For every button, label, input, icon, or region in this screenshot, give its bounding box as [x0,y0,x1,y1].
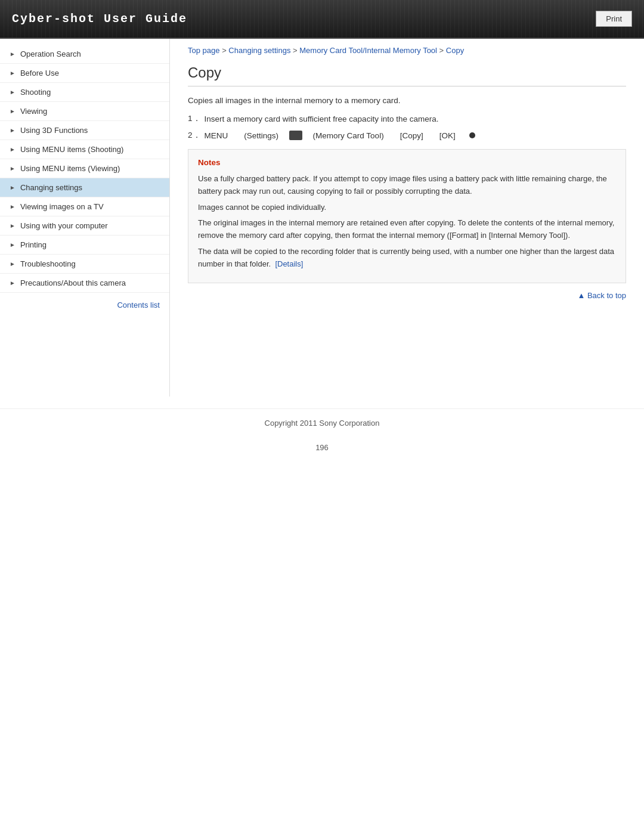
arrow-icon: ► [10,89,16,95]
step-2-tool: (Memory Card Tool) [313,131,384,140]
sidebar-item-label: Precautions/About this camera [20,278,126,287]
app-title: Cyber-shot User Guide [12,12,187,26]
sidebar-item-label: Printing [20,240,47,249]
step-2: 2． MENU (Settings) (Memory Card Tool) [C… [188,130,626,141]
contents-list-link[interactable]: Contents list [117,301,160,309]
breadcrumb-memory-card-tool[interactable]: Memory Card Tool/Internal Memory Tool [299,46,437,55]
arrow-icon: ► [10,184,16,191]
sidebar-item-menu-shooting[interactable]: ► Using MENU items (Shooting) [0,140,169,159]
sidebar-item-label: Viewing [20,107,47,116]
menu-card-tool-icon [289,131,302,140]
step-2-number: 2． [188,130,201,141]
page-title: Copy [188,64,626,86]
sidebar-item-printing[interactable]: ► Printing [0,236,169,255]
sidebar-item-label: Changing settings [20,183,82,192]
sidebar-item-menu-viewing[interactable]: ► Using MENU items (Viewing) [0,159,169,178]
note-3: The original images in the internal memo… [198,217,616,242]
page-header: Cyber-shot User Guide Print [0,0,644,39]
copyright-text: Copyright 2011 Sony Corporation [265,419,380,428]
sidebar-item-label: Using 3D Functions [20,126,88,135]
sidebar-item-troubleshooting[interactable]: ► Troubleshooting [0,255,169,274]
arrow-icon: ► [10,127,16,134]
breadcrumb-sep1: > [222,46,228,55]
sidebar-item-label: Viewing images on a TV [20,202,104,211]
note-1: Use a fully charged battery pack. If you… [198,173,616,198]
sidebar: ► Operation Search ► Before Use ► Shooti… [0,39,170,397]
breadcrumb-top[interactable]: Top page [188,46,220,55]
sidebar-item-precautions[interactable]: ► Precautions/About this camera [0,274,169,293]
sidebar-item-label: Using with your computer [20,221,108,230]
step-1: 1． Insert a memory card with sufficient … [188,113,626,124]
arrow-icon: ► [10,146,16,153]
back-to-top-link[interactable]: Back to top [577,291,626,300]
arrow-icon: ► [10,108,16,114]
arrow-icon: ► [10,261,16,267]
sidebar-item-label: Troubleshooting [20,259,76,268]
breadcrumb-changing-settings[interactable]: Changing settings [228,46,290,55]
arrow-icon: ► [10,51,16,57]
details-link[interactable]: [Details] [275,259,303,268]
page-number: 196 [0,437,644,458]
step-2-ok: [OK] [439,131,456,140]
note-2: Images cannot be copied individually. [198,202,616,214]
sidebar-item-before-use[interactable]: ► Before Use [0,64,169,83]
step-2-menu: MENU [205,131,228,140]
bullet-icon [469,132,475,138]
notes-box: Notes Use a fully charged battery pack. … [188,149,626,283]
sidebar-item-operation-search[interactable]: ► Operation Search [0,45,169,64]
arrow-icon: ► [10,222,16,229]
step-2-copy: [Copy] [400,131,423,140]
arrow-icon: ► [10,280,16,286]
sidebar-footer: Contents list [0,293,169,317]
step-1-text: Insert a memory card with sufficient fre… [205,114,439,123]
back-to-top: Back to top [188,283,626,302]
main-layout: ► Operation Search ► Before Use ► Shooti… [0,39,644,397]
breadcrumb-sep3: > [439,46,446,55]
notes-title: Notes [198,158,616,167]
sidebar-item-viewing-tv[interactable]: ► Viewing images on a TV [0,197,169,216]
sidebar-item-using-3d[interactable]: ► Using 3D Functions [0,121,169,140]
print-button[interactable]: Print [596,11,632,27]
sidebar-item-label: Using MENU items (Shooting) [20,145,123,154]
sidebar-item-changing-settings[interactable]: ► Changing settings [0,178,169,197]
sidebar-item-shooting[interactable]: ► Shooting [0,83,169,102]
step-1-number: 1． [188,113,201,124]
step-2-settings: (Settings) [244,131,278,140]
sidebar-item-label: Shooting [20,88,51,97]
arrow-icon: ► [10,241,16,248]
arrow-icon: ► [10,165,16,172]
arrow-icon: ► [10,203,16,210]
breadcrumb: Top page > Changing settings > Memory Ca… [188,39,626,64]
breadcrumb-copy[interactable]: Copy [446,46,464,55]
arrow-icon: ► [10,70,16,76]
sidebar-item-using-computer[interactable]: ► Using with your computer [0,216,169,236]
main-content: Top page > Changing settings > Memory Ca… [170,39,644,397]
breadcrumb-sep2: > [293,46,299,55]
note-4-text: The data will be copied to the recording… [198,247,614,268]
sidebar-item-viewing[interactable]: ► Viewing [0,102,169,121]
sidebar-item-label: Operation Search [20,49,81,58]
note-4: The data will be copied to the recording… [198,246,616,271]
page-description: Copies all images in the internal memory… [188,96,626,105]
sidebar-item-label: Before Use [20,69,59,78]
sidebar-item-label: Using MENU items (Viewing) [20,164,120,173]
footer: Copyright 2011 Sony Corporation [0,408,644,437]
